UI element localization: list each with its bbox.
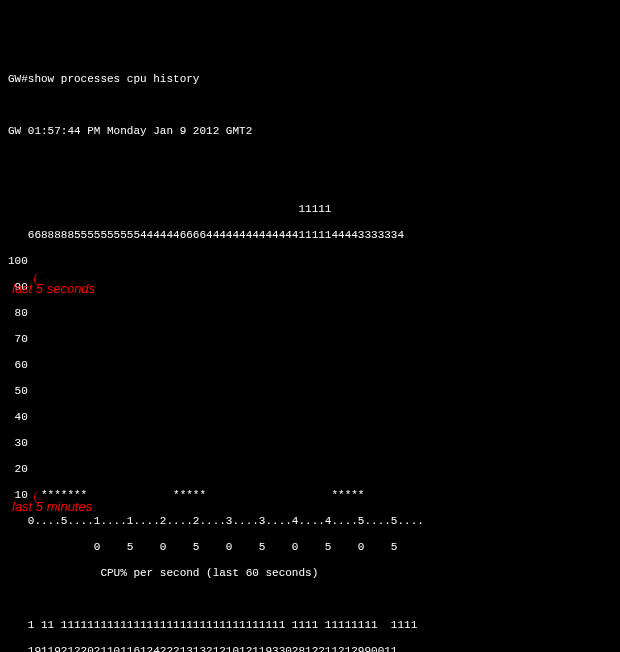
chart1-y80: 80 <box>8 307 612 320</box>
chart1-y100: 100 <box>8 255 612 268</box>
chart1-y30: 30 <box>8 437 612 450</box>
chart2-header2: 1911921220211011612422213132121012119330… <box>8 645 612 652</box>
chart1-y90: 90 <box>8 281 612 294</box>
terminal-output: GW#show processes cpu history GW 01:57:4… <box>8 60 612 652</box>
chart1-y60: 60 <box>8 359 612 372</box>
chart1-caption: CPU% per second (last 60 seconds) <box>8 567 612 580</box>
chart1-header1: 11111 <box>8 203 612 216</box>
chart1-y70: 70 <box>8 333 612 346</box>
chart1-header2: 6688888555555555544444466664444444444444… <box>8 229 612 242</box>
command-line: GW#show processes cpu history <box>8 73 612 86</box>
chart1-y20: 20 <box>8 463 612 476</box>
annotation-seconds: last 5 seconds <box>12 282 95 295</box>
chart2-header1: 1 11 1111111111111111111111111111111111 … <box>8 619 612 632</box>
timestamp-line: GW 01:57:44 PM Monday Jan 9 2012 GMT2 <box>8 125 612 138</box>
chart1-y50: 50 <box>8 385 612 398</box>
chart1-y10: 10 ******* ***** ***** <box>8 489 612 502</box>
annotation-minutes: last 5 minutes <box>12 500 92 513</box>
chart1-xaxis1: 0....5....1....1....2....2....3....3....… <box>8 515 612 528</box>
chart1-xaxis2: 0 5 0 5 0 5 0 5 0 5 <box>8 541 612 554</box>
chart1-y40: 40 <box>8 411 612 424</box>
